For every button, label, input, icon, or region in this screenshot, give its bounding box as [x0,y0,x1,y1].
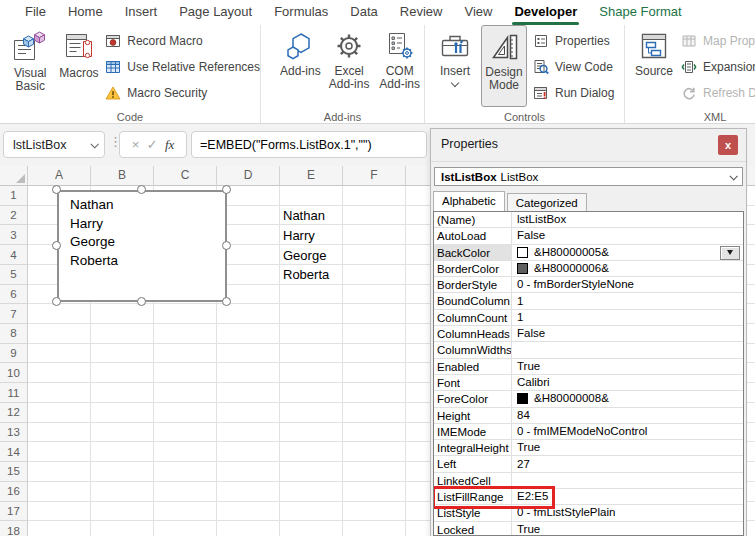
insert-control-button[interactable]: Insert [435,25,475,107]
close-icon[interactable]: x [718,135,738,155]
tab-developer[interactable]: Developer [503,0,588,25]
row-header-16[interactable]: 16 [0,482,28,502]
property-value[interactable]: lstListBox [512,212,743,227]
tab-categorized[interactable]: Categorized [507,193,587,211]
property-value[interactable]: 0 - fmIMEModeNoControl [512,424,743,439]
property-row-enabled[interactable]: EnabledTrue [434,359,743,375]
property-value[interactable]: 27 [512,456,743,471]
row-header-14[interactable]: 14 [0,442,28,462]
property-value[interactable]: True [512,359,743,374]
cell-e3[interactable]: Harry [283,228,342,247]
listbox-item-roberta[interactable]: Roberta [70,252,225,271]
tab-home[interactable]: Home [57,0,114,25]
com-add-ins-button[interactable]: COM Add-ins [375,25,424,107]
property-value[interactable]: True [512,522,743,536]
property-row-linkedcell[interactable]: LinkedCell [434,473,743,489]
tab-review[interactable]: Review [389,0,454,25]
property-value[interactable]: False [512,326,743,341]
property-row-boundcolumn[interactable]: BoundColumn1 [434,293,743,309]
row-header-11[interactable]: 11 [0,383,28,403]
property-row-columncount[interactable]: ColumnCount1 [434,310,743,326]
select-all-corner[interactable] [0,166,28,186]
column-header-d[interactable]: D [217,166,280,186]
tab-shape-format[interactable]: Shape Format [588,0,692,25]
object-selector-dropdown[interactable]: lstListBox ListBox [434,167,743,186]
property-value[interactable]: &H80000005& [512,245,743,260]
use-relative-references-button[interactable]: Use Relative References [105,54,260,80]
tab-insert[interactable]: Insert [114,0,169,25]
property-value[interactable] [512,342,743,357]
property-value[interactable]: False [512,228,743,243]
listbox-item-nathan[interactable]: Nathan [70,196,225,215]
selection-handle[interactable] [222,185,231,194]
view-code-button[interactable]: View Code [533,54,614,80]
property-value[interactable]: 0 - fmBorderStyleNone [512,277,743,292]
property-value[interactable] [512,473,743,488]
property-row-integralheight[interactable]: IntegralHeightTrue [434,440,743,456]
row-header-8[interactable]: 8 [0,324,28,344]
property-row-locked[interactable]: LockedTrue [434,522,743,536]
control-properties-button[interactable]: Properties [533,28,614,54]
selection-handle[interactable] [137,185,146,194]
column-header-e[interactable]: E [280,166,343,186]
property-value[interactable]: True [512,440,743,455]
row-header-3[interactable]: 3 [0,225,28,245]
tab-formulas[interactable]: Formulas [263,0,339,25]
property-value[interactable]: 0 - fmListStylePlain [512,505,743,520]
cell-e4[interactable]: George [283,248,342,267]
cancel-entry-button[interactable]: × [132,137,140,152]
row-header-9[interactable]: 9 [0,344,28,364]
property-value[interactable]: &H80000006& [512,261,743,276]
tab-alphabetic[interactable]: Alphabetic [433,191,505,211]
property-row-columnheads[interactable]: ColumnHeadsFalse [434,326,743,342]
property-row-imemode[interactable]: IMEMode0 - fmIMEModeNoControl [434,424,743,440]
design-mode-button[interactable]: Design Mode [481,25,527,107]
column-header-c[interactable]: C [154,166,217,186]
macros-button[interactable]: Macros [58,25,101,107]
tab-data[interactable]: Data [339,0,388,25]
property-value[interactable]: E2:E5 [512,489,743,504]
tab-view[interactable]: View [453,0,503,25]
selection-handle[interactable] [52,297,61,306]
confirm-entry-button[interactable]: ✓ [147,137,158,152]
property-value[interactable]: 84 [512,408,743,423]
excel-add-ins-button[interactable]: Excel Add-ins [325,25,374,107]
cell-e5[interactable]: Roberta [283,267,342,286]
tab-page-layout[interactable]: Page Layout [168,0,263,25]
insert-function-button[interactable]: fx [165,137,174,153]
run-dialog-button[interactable]: Run Dialog [533,80,614,106]
property-row-borderstyle[interactable]: BorderStyle0 - fmBorderStyleNone [434,277,743,293]
tab-file[interactable]: File [14,0,57,25]
property-row-bordercolor[interactable]: BorderColor&H80000006& [434,261,743,277]
column-header-f[interactable]: F [343,166,406,186]
listbox-control[interactable]: NathanHarryGeorgeRoberta [57,190,227,302]
visual-basic-button[interactable]: Visual Basic [8,25,53,107]
selection-handle[interactable] [222,241,231,250]
selection-handle[interactable] [52,185,61,194]
dropdown-button[interactable] [720,246,740,260]
row-header-1[interactable]: 1 [0,186,28,206]
property-row-autoload[interactable]: AutoLoadFalse [434,228,743,244]
expansion-button[interactable]: Expansion [681,54,755,80]
property-value[interactable]: 1 [512,310,743,325]
row-header-13[interactable]: 13 [0,423,28,443]
property-row-left[interactable]: Left27 [434,456,743,472]
add-ins-button[interactable]: Add-ins [278,25,323,107]
listbox-item-harry[interactable]: Harry [70,215,225,234]
row-header-15[interactable]: 15 [0,462,28,482]
row-header-17[interactable]: 17 [0,502,28,522]
row-header-6[interactable]: 6 [0,285,28,305]
record-macro-button[interactable]: Record Macro [105,28,260,54]
cell-e2[interactable]: Nathan [283,208,342,227]
property-value[interactable]: Calibri [512,375,743,390]
row-header-2[interactable]: 2 [0,206,28,226]
macro-security-button[interactable]: Macro Security [105,80,260,106]
property-row-name[interactable]: (Name)lstListBox [434,212,743,228]
property-row-forecolor[interactable]: ForeColor&H80000008& [434,391,743,407]
selection-handle[interactable] [222,297,231,306]
row-header-10[interactable]: 10 [0,363,28,383]
property-row-font[interactable]: FontCalibri [434,375,743,391]
row-header-18[interactable]: 18 [0,521,28,536]
properties-panel-titlebar[interactable]: Properties x [431,129,746,162]
property-row-columnwidths[interactable]: ColumnWidths [434,342,743,358]
